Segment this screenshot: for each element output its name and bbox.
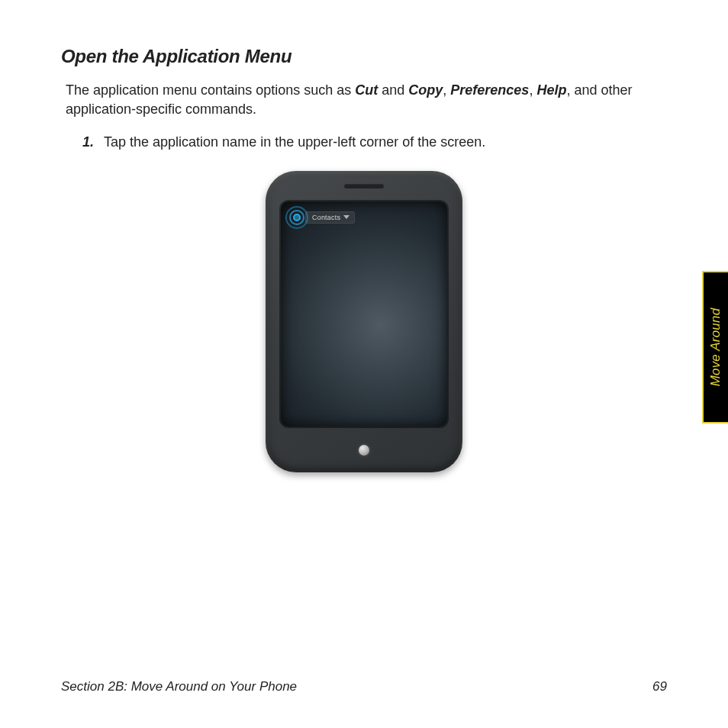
step-1: 1.Tap the application name in the upper-… [82, 133, 667, 152]
phone-screen: Contacts [281, 201, 447, 427]
footer-page-number: 69 [652, 679, 667, 694]
app-menu-tap-target: Contacts [284, 205, 355, 230]
intro-emphasis-help: Help [536, 82, 566, 98]
step-text: Tap the application name in the upper-le… [104, 134, 485, 150]
intro-emphasis-cut: Cut [355, 82, 378, 98]
app-menu-label: Contacts [312, 214, 340, 221]
intro-paragraph: The application menu contains options su… [66, 81, 667, 119]
intro-text-part: , [443, 82, 450, 98]
figure: Contacts [61, 171, 667, 472]
section-heading: Open the Application Menu [61, 46, 667, 67]
app-menu-pill: Contacts [305, 211, 355, 224]
intro-text-part: , [529, 82, 536, 98]
manual-page: Open the Application Menu The applicatio… [0, 0, 728, 728]
intro-emphasis-copy: Copy [408, 82, 443, 98]
step-number: 1. [82, 133, 104, 152]
intro-text-part: The application menu contains options su… [66, 82, 355, 98]
footer-section-label: Section 2B: Move Around on Your Phone [61, 679, 297, 694]
page-footer: Section 2B: Move Around on Your Phone 69 [61, 679, 667, 694]
intro-text-part: and [378, 82, 408, 98]
chevron-down-icon [343, 215, 350, 219]
section-side-tab: Move Around [702, 271, 728, 424]
side-tab-label: Move Around [708, 308, 723, 387]
phone-illustration: Contacts [266, 171, 462, 472]
intro-emphasis-preferences: Preferences [450, 82, 529, 98]
phone-earpiece [344, 184, 384, 188]
phone-home-button [359, 445, 369, 456]
tap-ripple-icon [284, 205, 310, 230]
